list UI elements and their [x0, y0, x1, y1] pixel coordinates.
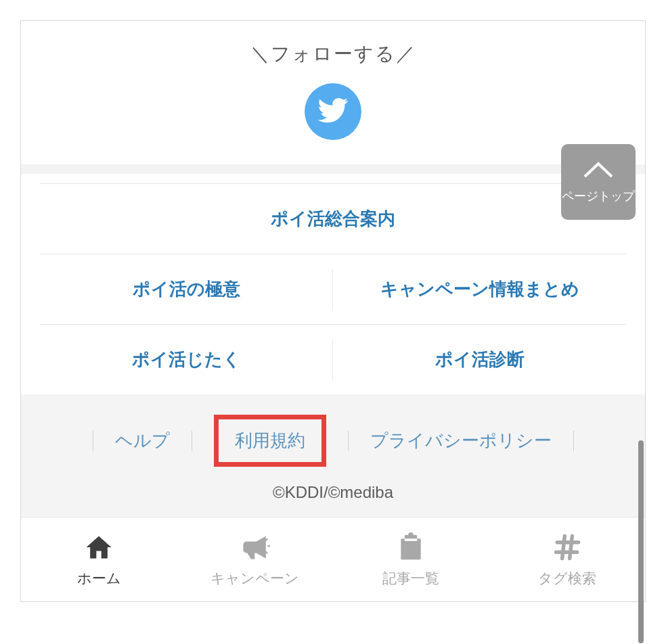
terms-highlight: 利用規約: [214, 415, 326, 467]
category-row: ポイ活の極意 キャンペーン情報まとめ: [40, 254, 626, 325]
category-link-campaign-summary[interactable]: キャンペーン情報まとめ: [333, 254, 626, 324]
follow-section: ＼フォローする／: [21, 21, 645, 164]
footer-link-terms[interactable]: 利用規約: [235, 430, 305, 451]
nav-home[interactable]: ホーム: [21, 518, 177, 601]
footer-link-help[interactable]: ヘルプ: [112, 425, 173, 457]
separator: [93, 431, 93, 451]
category-link-shindan[interactable]: ポイ活診断: [333, 325, 626, 394]
page-container: ＼フォローする／ ページトップ ポイ活総合案内 ポイ活の極意 キャンペーン情報ま…: [20, 20, 646, 602]
megaphone-icon: [177, 532, 334, 562]
nav-label: キャンペーン: [177, 569, 334, 588]
nav-articles[interactable]: 記事一覧: [333, 518, 489, 601]
category-link-jitaku[interactable]: ポイ活じたく: [40, 325, 333, 394]
chevron-up-icon: [581, 160, 615, 183]
separator: [192, 431, 192, 451]
category-links: ポイ活総合案内 ポイ活の極意 キャンペーン情報まとめ ポイ活じたく ポイ活診断: [21, 174, 645, 394]
nav-label: 記事一覧: [333, 569, 489, 588]
separator: [348, 431, 349, 451]
clipboard-icon: [333, 532, 489, 562]
category-row: ポイ活じたく ポイ活診断: [40, 325, 626, 394]
footer-links: ヘルプ 利用規約 プライバシーポリシー: [74, 415, 593, 467]
copyright-text: ©KDDI/©mediba: [21, 483, 645, 502]
twitter-follow-button[interactable]: [305, 83, 361, 140]
section-gap: [21, 164, 645, 174]
nav-label: ホーム: [21, 569, 177, 588]
home-icon: [21, 532, 177, 562]
category-link-gokui[interactable]: ポイ活の極意: [40, 254, 333, 324]
footer-zone: ヘルプ 利用規約 プライバシーポリシー ©KDDI/©mediba: [21, 394, 645, 517]
nav-tag-search[interactable]: タグ検索: [489, 518, 646, 601]
twitter-icon: [317, 94, 349, 129]
footer-link-privacy[interactable]: プライバシーポリシー: [368, 425, 554, 457]
separator: [573, 431, 574, 451]
hashtag-icon: [489, 532, 646, 562]
scrollbar[interactable]: [638, 440, 644, 643]
follow-label: ＼フォローする／: [21, 41, 645, 67]
nav-campaign[interactable]: キャンペーン: [177, 518, 334, 601]
category-link-main[interactable]: ポイ活総合案内: [40, 184, 626, 254]
category-row: ポイ活総合案内: [40, 183, 626, 254]
nav-label: タグ検索: [489, 569, 646, 588]
bottom-nav: ホーム キャンペーン 記事一覧 タグ検索: [21, 517, 645, 601]
